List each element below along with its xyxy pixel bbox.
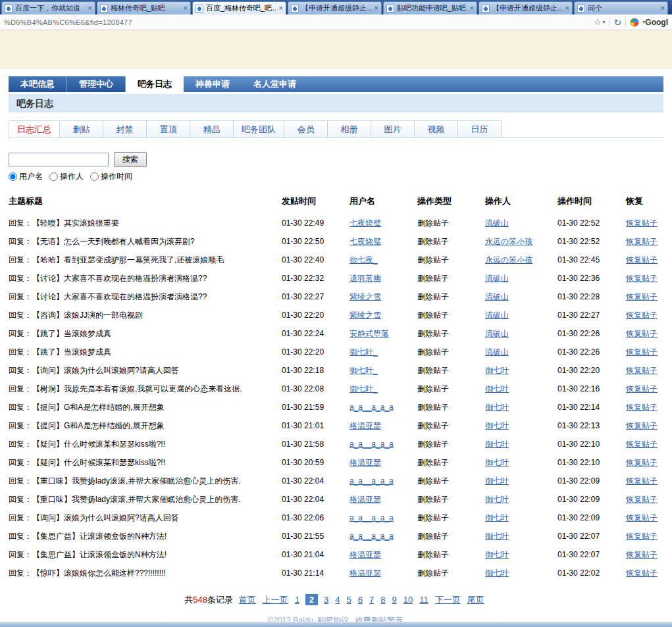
tab-close-icon[interactable]: × <box>184 5 188 12</box>
page-next-link[interactable]: 下一页 <box>435 595 461 605</box>
operator-link[interactable]: 御七叶 <box>485 384 509 393</box>
nav-tab-3[interactable]: 神兽申请 <box>184 76 242 92</box>
operator-link[interactable]: 御七叶 <box>485 421 509 430</box>
restore-post-link[interactable]: 恢复贴子 <box>626 513 658 522</box>
operator-link[interactable]: 御七叶 <box>485 550 509 559</box>
operator-link[interactable]: 御七叶 <box>485 476 509 486</box>
tab-close-icon[interactable]: × <box>565 5 569 12</box>
tab-close-icon[interactable]: × <box>375 5 378 12</box>
subtab-8[interactable]: 图片 <box>371 120 415 138</box>
refresh-icon[interactable]: ↻ <box>614 17 622 28</box>
username-link[interactable]: a_a__a_a_a <box>349 513 394 522</box>
search-button[interactable]: 搜索 <box>114 152 147 167</box>
page-number-link[interactable]: 4 <box>335 595 340 605</box>
tab-close-icon[interactable]: × <box>279 5 283 12</box>
filter-radio-operator[interactable] <box>49 172 58 181</box>
browser-tab[interactable]: 问个× <box>574 1 668 14</box>
page-prev-link[interactable]: 上一页 <box>263 595 288 605</box>
bookmark-caret-icon[interactable]: ▾ <box>603 19 606 25</box>
operator-link[interactable]: 永远の笨小孩 <box>485 255 532 264</box>
filter-radio-username[interactable] <box>9 172 17 181</box>
restore-post-link[interactable]: 恢复贴子 <box>626 292 658 301</box>
filter-radio-optime[interactable] <box>90 172 99 181</box>
restore-post-link[interactable]: 恢复贴子 <box>626 568 658 578</box>
tab-close-icon[interactable]: × <box>88 5 92 12</box>
restore-post-link[interactable]: 恢复贴子 <box>626 384 658 393</box>
restore-post-link[interactable]: 恢复贴子 <box>626 532 658 541</box>
subtab-7[interactable]: 相册 <box>328 120 371 138</box>
operator-link[interactable]: 流破山 <box>485 347 509 357</box>
username-link[interactable]: a_a__a_a_a <box>349 403 394 412</box>
restore-post-link[interactable]: 恢复贴子 <box>626 218 658 228</box>
username-link[interactable]: a_a__a_a_a <box>349 439 394 449</box>
page-number-link[interactable]: 7 <box>369 595 374 605</box>
username-link[interactable]: a_a__a_a_a <box>349 532 394 541</box>
restore-post-link[interactable]: 恢复贴子 <box>626 439 658 449</box>
page-number-link[interactable]: 8 <box>380 595 385 605</box>
username-link[interactable]: 紫绫之雪 <box>349 311 381 320</box>
username-link[interactable]: 紫绫之雪 <box>349 292 381 301</box>
operator-link[interactable]: 流破山 <box>485 274 509 283</box>
username-link[interactable]: 遗羽茗幽 <box>349 274 381 283</box>
restore-post-link[interactable]: 恢复贴子 <box>626 421 658 430</box>
username-link[interactable]: 御七叶_ <box>349 384 378 393</box>
username-link[interactable]: 格温亚瑟 <box>349 495 381 504</box>
operator-link[interactable]: 御七叶 <box>485 403 509 412</box>
restore-post-link[interactable]: 恢复贴子 <box>626 458 658 467</box>
operator-link[interactable]: 流破山 <box>485 329 509 338</box>
username-link[interactable]: 格温亚瑟 <box>349 458 381 467</box>
page-number-link[interactable]: 9 <box>392 595 397 605</box>
username-link[interactable]: 七夜烧璧 <box>349 218 381 228</box>
subtab-3[interactable]: 置顶 <box>147 120 190 138</box>
browser-tab[interactable]: 【申请开通超级静止…× <box>478 1 573 14</box>
restore-post-link[interactable]: 恢复贴子 <box>626 255 658 264</box>
page-number-link[interactable]: 5 <box>347 595 351 605</box>
operator-link[interactable]: 流破山 <box>485 218 509 228</box>
page-number-link[interactable]: 3 <box>324 595 328 605</box>
operator-link[interactable]: 御七叶 <box>485 568 509 578</box>
restore-post-link[interactable]: 恢复贴子 <box>626 329 658 338</box>
subtab-2[interactable]: 封禁 <box>103 120 147 138</box>
restore-post-link[interactable]: 恢复贴子 <box>626 311 658 320</box>
subtab-5[interactable]: 吧务团队 <box>234 120 284 138</box>
filter-optime[interactable]: 操作时间 <box>90 171 132 182</box>
operator-link[interactable]: 永远の笨小孩 <box>485 237 532 246</box>
restore-post-link[interactable]: 恢复贴子 <box>626 550 658 559</box>
filter-operator[interactable]: 操作人 <box>49 171 84 182</box>
tab-close-icon[interactable]: × <box>470 5 474 12</box>
subtab-9[interactable]: 视频 <box>415 120 458 138</box>
bookmark-star-icon[interactable]: ☆ <box>594 17 602 27</box>
username-link[interactable]: 格温亚瑟 <box>349 550 381 559</box>
operator-link[interactable]: 御七叶 <box>485 532 509 541</box>
restore-post-link[interactable]: 恢复贴子 <box>626 403 658 412</box>
search-input[interactable] <box>9 153 109 166</box>
page-number-link[interactable]: 11 <box>419 595 428 605</box>
restore-post-link[interactable]: 恢复贴子 <box>626 237 658 246</box>
page-number-link[interactable]: 10 <box>403 595 413 605</box>
restore-post-link[interactable]: 恢复贴子 <box>626 274 658 283</box>
restore-post-link[interactable]: 恢复贴子 <box>626 495 658 504</box>
subtab-4[interactable]: 精品 <box>190 120 234 138</box>
username-link[interactable]: a_a__a_a_a <box>349 476 394 486</box>
restore-post-link[interactable]: 恢复贴子 <box>626 476 658 486</box>
username-link[interactable]: 七夜烧璧 <box>349 237 381 246</box>
browser-tab[interactable]: 贴吧功能申请吧_贴吧× <box>383 1 477 14</box>
subtab-1[interactable]: 删贴 <box>60 120 103 138</box>
username-link[interactable]: 欲七夜_ <box>349 255 378 264</box>
subtab-10[interactable]: 日历 <box>458 120 502 138</box>
subtab-6[interactable]: 会员 <box>284 120 328 138</box>
browser-tab[interactable]: 梅林传奇吧_贴吧× <box>97 1 191 14</box>
browser-tab[interactable]: 【申请开通超级静止…× <box>288 1 382 14</box>
username-link[interactable]: 安静式堕落 <box>349 329 389 338</box>
operator-link[interactable]: 御七叶 <box>485 366 509 375</box>
nav-tab-0[interactable]: 本吧信息 <box>9 76 67 92</box>
username-link[interactable]: 御七叶_ <box>349 366 378 375</box>
username-link[interactable]: 格温亚瑟 <box>349 421 381 430</box>
restore-post-link[interactable]: 恢复贴子 <box>626 347 658 357</box>
tab-close-icon[interactable]: × <box>661 5 665 12</box>
operator-link[interactable]: 御七叶 <box>485 458 509 467</box>
page-first-link[interactable]: 首页 <box>239 595 256 605</box>
nav-tab-1[interactable]: 管理中心 <box>67 76 126 92</box>
url-input[interactable]: %D6%B4%AB%C6%E6&fid=1208477 <box>4 18 594 26</box>
operator-link[interactable]: 御七叶 <box>485 513 509 522</box>
